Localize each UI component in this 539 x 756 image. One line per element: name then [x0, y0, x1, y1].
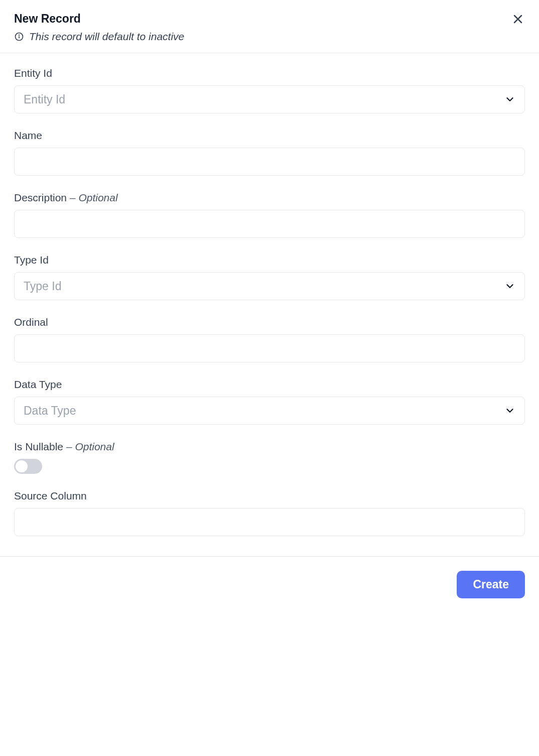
- input-name[interactable]: [14, 148, 525, 176]
- subtitle-row: This record will default to inactive: [14, 31, 184, 43]
- field-entity-id: Entity Id Entity Id: [14, 67, 525, 113]
- field-data-type: Data Type Data Type: [14, 379, 525, 425]
- label-description-text: Description: [14, 192, 67, 203]
- select-entity-id[interactable]: Entity Id: [14, 85, 525, 113]
- label-source-column: Source Column: [14, 490, 525, 502]
- dialog-footer: Create: [0, 556, 539, 612]
- header-left: New Record This record will default to i…: [14, 12, 184, 43]
- field-ordinal: Ordinal: [14, 316, 525, 362]
- input-ordinal[interactable]: [14, 334, 525, 362]
- label-data-type: Data Type: [14, 379, 525, 391]
- dialog-header: New Record This record will default to i…: [0, 0, 539, 53]
- label-name: Name: [14, 130, 525, 142]
- chevron-down-icon: [504, 94, 515, 105]
- dialog-subtitle: This record will default to inactive: [29, 31, 184, 43]
- label-ordinal: Ordinal: [14, 316, 525, 328]
- info-icon: [14, 32, 24, 42]
- select-placeholder: Type Id: [24, 280, 61, 293]
- create-button[interactable]: Create: [457, 571, 525, 598]
- label-description: Description – Optional: [14, 192, 525, 204]
- label-type-id: Type Id: [14, 254, 525, 266]
- label-entity-id: Entity Id: [14, 67, 525, 79]
- toggle-is-nullable[interactable]: [14, 459, 42, 474]
- input-description[interactable]: [14, 210, 525, 238]
- field-source-column: Source Column: [14, 490, 525, 536]
- label-is-nullable-text: Is Nullable: [14, 441, 63, 452]
- label-is-nullable: Is Nullable – Optional: [14, 441, 525, 453]
- chevron-down-icon: [504, 405, 515, 416]
- field-type-id: Type Id Type Id: [14, 254, 525, 300]
- select-placeholder: Data Type: [24, 404, 76, 418]
- label-is-nullable-optional: – Optional: [66, 441, 114, 452]
- label-description-optional: – Optional: [70, 192, 118, 203]
- field-is-nullable: Is Nullable – Optional: [14, 441, 525, 474]
- select-placeholder: Entity Id: [24, 93, 65, 106]
- field-name: Name: [14, 130, 525, 176]
- dialog-title: New Record: [14, 12, 184, 26]
- input-source-column[interactable]: [14, 508, 525, 536]
- select-data-type[interactable]: Data Type: [14, 397, 525, 425]
- close-button[interactable]: [511, 12, 525, 26]
- svg-point-2: [19, 35, 20, 35]
- field-description: Description – Optional: [14, 192, 525, 238]
- form-body: Entity Id Entity Id Name Description – O…: [0, 53, 539, 556]
- toggle-knob: [16, 460, 28, 472]
- chevron-down-icon: [504, 281, 515, 292]
- select-type-id[interactable]: Type Id: [14, 272, 525, 300]
